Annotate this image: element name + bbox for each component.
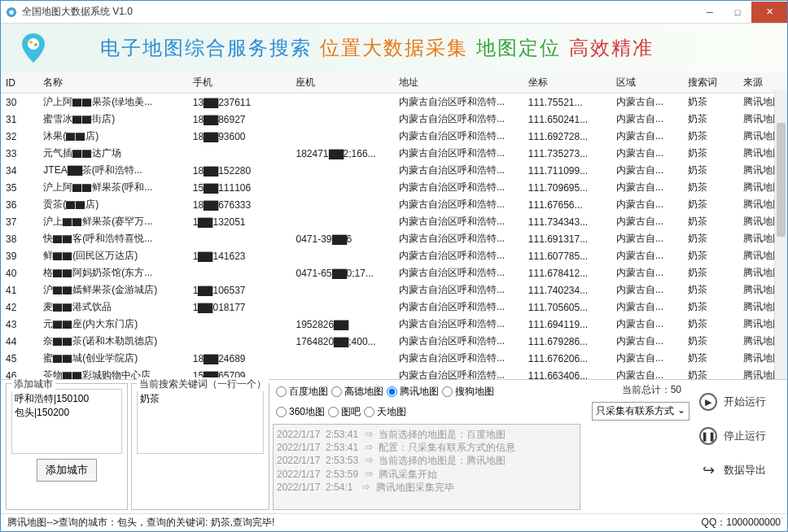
cell-area: 内蒙古自... <box>611 367 684 380</box>
col-address[interactable]: 地址 <box>394 72 523 94</box>
cell-id: 43 <box>1 316 38 333</box>
table-row[interactable]: 31蜜雪冰▇▇街店)18▇▇86927内蒙古自治区呼和浩特...111.6502… <box>1 111 787 128</box>
svg-point-2 <box>28 38 39 50</box>
table-row[interactable]: 41沪▇▇嫣鲜果茶(金游城店)1▇▇106537内蒙古自治区呼和浩特...111… <box>1 281 787 299</box>
add-city-button[interactable]: 添加城市 <box>37 459 97 482</box>
col-name[interactable]: 名称 <box>38 72 187 94</box>
map-radio-row-1: 百度地图高德地图腾讯地图搜狗地图 <box>273 383 580 400</box>
table-row[interactable]: 45蜜▇▇城(创业学院店)18▇▇24689内蒙古自治区呼和浩特...111.6… <box>1 350 787 367</box>
table-row[interactable]: 34JTEA▇▇茶(呼和浩特...18▇▇152280内蒙古自治区呼和浩特...… <box>1 162 787 179</box>
cell-phone <box>291 281 394 299</box>
cell-kw: 奶茶 <box>683 367 738 380</box>
minimize-button[interactable]: ─ <box>696 2 724 23</box>
table-row[interactable]: 36贡茶(▇▇店)18▇▇676333内蒙古自治区呼和浩特...111.6765… <box>1 196 787 213</box>
cell-id: 30 <box>1 94 38 111</box>
cell-area: 内蒙古自... <box>611 316 684 333</box>
export-button[interactable]: ↪ 数据导出 <box>696 456 779 484</box>
cell-mobile: 18▇▇93600 <box>188 128 291 145</box>
map-radio-360地图[interactable]: 360地图 <box>276 405 325 419</box>
city-panel-title: 添加城市 <box>11 377 55 391</box>
cell-mobile <box>188 264 291 281</box>
cell-area: 内蒙古自... <box>611 247 684 264</box>
radio-input[interactable] <box>276 407 287 417</box>
cell-id: 36 <box>1 196 38 213</box>
stop-button[interactable]: ❚❚ 停止运行 <box>696 422 779 450</box>
cell-name: 格▇▇阿妈奶茶馆(东方... <box>38 264 187 281</box>
collect-mode-select[interactable]: 只采集有联系方式 ⌄ <box>592 402 690 421</box>
radio-label: 天地图 <box>377 405 406 419</box>
cell-phone <box>291 111 394 128</box>
cell-addr: 内蒙古自治区呼和浩特... <box>394 196 523 213</box>
status-qq: QQ：1000000000 <box>702 516 781 530</box>
cell-addr: 内蒙古自治区呼和浩特... <box>394 299 523 316</box>
cell-phone: 1952826▇▇ <box>291 316 394 333</box>
cell-phone <box>291 350 394 367</box>
table-row[interactable]: 39鲜▇▇(回民区万达店)1▇▇141623内蒙古自治区呼和浩特...111.6… <box>1 247 787 264</box>
cell-kw: 奶茶 <box>683 179 738 196</box>
titlebar: 全国地图大数据系统 V1.0 ─ □ ✕ <box>1 1 787 24</box>
map-radio-天地图[interactable]: 天地图 <box>364 405 406 419</box>
map-radio-腾讯地图[interactable]: 腾讯地图 <box>387 385 439 399</box>
radio-input[interactable] <box>331 386 342 397</box>
radio-input[interactable] <box>364 407 374 417</box>
cell-phone <box>291 162 394 179</box>
table-row[interactable]: 35沪上阿▇▇鲜果茶(呼和...15▇▇111106内蒙古自治区呼和浩特...1… <box>1 179 787 196</box>
cell-phone: 182471▇▇2;166... <box>291 145 394 162</box>
table-row[interactable]: 38快▇▇客(呼和浩特喜悦...0471-39▇▇6内蒙古自治区呼和浩特...1… <box>1 230 787 247</box>
cell-id: 32 <box>1 128 38 145</box>
table-row[interactable]: 37沪上▇▇鲜果茶(赛罕万...1▇▇132051内蒙古自治区呼和浩特...11… <box>1 213 787 230</box>
collect-mode-value: 只采集有联系方式 <box>596 404 674 418</box>
radio-input[interactable] <box>328 407 339 417</box>
close-button[interactable]: ✕ <box>751 2 787 23</box>
col-coord[interactable]: 坐标 <box>523 72 611 94</box>
radio-input[interactable] <box>276 386 287 397</box>
city-panel: 添加城市 添加城市 <box>6 383 128 510</box>
vertical-scrollbar[interactable] <box>774 90 787 379</box>
scrollbar-thumb[interactable] <box>777 123 786 237</box>
app-window: 全国地图大数据系统 V1.0 ─ □ ✕ 电子地图综合服务搜索 位置大数据采集 … <box>0 0 788 532</box>
cell-coord: 111.650241... <box>523 111 611 128</box>
table-row[interactable]: 32沐果(▇▇店)18▇▇93600内蒙古自治区呼和浩特...111.69272… <box>1 128 787 145</box>
status-text: 腾讯地图-->查询的城市：包头，查询的关键词: 奶茶,查询完毕! <box>7 516 702 530</box>
export-label: 数据导出 <box>724 463 766 477</box>
cell-mobile: 1▇▇018177 <box>188 299 291 316</box>
table-row[interactable]: 46茶物▇▇彩城购物中心店15▇▇65709内蒙古自治区呼和浩特...111.6… <box>1 367 787 380</box>
cell-kw: 奶茶 <box>683 299 738 316</box>
col-phone[interactable]: 座机 <box>291 72 394 94</box>
table-row[interactable]: 44奈▇▇茶(诺和木勒凯德店)1764820▇▇;400...内蒙古自治区呼和浩… <box>1 333 787 350</box>
map-radio-百度地图[interactable]: 百度地图 <box>276 385 328 399</box>
col-id[interactable]: ID <box>1 72 38 94</box>
radio-input[interactable] <box>387 386 397 397</box>
cell-id: 45 <box>1 350 38 367</box>
cell-kw: 奶茶 <box>683 264 738 281</box>
radio-input[interactable] <box>442 386 453 397</box>
maximize-button[interactable]: □ <box>724 2 751 23</box>
cell-area: 内蒙古自... <box>611 281 684 299</box>
keyword-textarea[interactable] <box>137 389 264 454</box>
city-textarea[interactable] <box>11 389 122 454</box>
cell-name: 鲜▇▇(回民区万达店) <box>38 247 187 264</box>
cell-phone <box>291 128 394 145</box>
map-radio-高德地图[interactable]: 高德地图 <box>331 385 383 399</box>
cell-area: 内蒙古自... <box>611 162 684 179</box>
window-controls: ─ □ ✕ <box>696 2 787 23</box>
radio-label: 高德地图 <box>344 385 383 399</box>
col-mobile[interactable]: 手机 <box>188 72 291 94</box>
map-radio-row-2: 360地图图吧天地图 <box>273 403 580 421</box>
col-area[interactable]: 区域 <box>611 72 684 94</box>
cell-id: 40 <box>1 264 38 281</box>
col-keyword[interactable]: 搜索词 <box>683 72 738 94</box>
map-radio-搜狗地图[interactable]: 搜狗地图 <box>442 385 494 399</box>
table-row[interactable]: 43元▇▇座(内大东门店)1952826▇▇内蒙古自治区呼和浩特...111.6… <box>1 316 787 333</box>
table-row[interactable]: 33元气插▇▇达广场182471▇▇2;166...内蒙古自治区呼和浩特...1… <box>1 145 787 162</box>
table-row[interactable]: 42麦▇▇港式饮品1▇▇018177内蒙古自治区呼和浩特...111.70560… <box>1 299 787 316</box>
start-button[interactable]: ▶ 开始运行 <box>696 388 779 416</box>
table-row[interactable]: 40格▇▇阿妈奶茶馆(东方...0471-65▇▇0;17...内蒙古自治区呼和… <box>1 264 787 281</box>
table-row[interactable]: 30沪上阿▇▇果茶(绿地美...13▇▇237611内蒙古自治区呼和浩特...1… <box>1 94 787 111</box>
logo-icon <box>15 30 51 66</box>
map-radio-图吧[interactable]: 图吧 <box>328 405 361 419</box>
cell-kw: 奶茶 <box>683 281 738 299</box>
status-bar: 腾讯地图-->查询的城市：包头，查询的关键词: 奶茶,查询完毕! QQ：1000… <box>1 513 787 531</box>
cell-id: 39 <box>1 247 38 264</box>
cell-mobile: 18▇▇24689 <box>188 350 291 367</box>
